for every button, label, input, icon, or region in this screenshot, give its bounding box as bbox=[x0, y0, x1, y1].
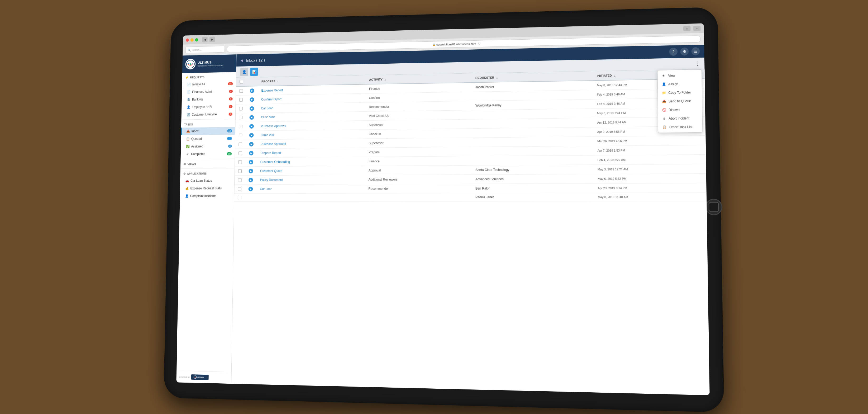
row-checkbox-cell[interactable] bbox=[235, 176, 245, 184]
row-checkbox[interactable] bbox=[238, 196, 241, 199]
sidebar-item-queued[interactable]: 📋 Queued 11 bbox=[181, 135, 235, 143]
row-checkbox[interactable] bbox=[239, 116, 243, 119]
row-status-icon: ▶ bbox=[248, 187, 253, 191]
row-process-cell[interactable]: Customer Quote bbox=[257, 166, 365, 175]
toolbar-more-btn[interactable]: ⋮ bbox=[695, 60, 700, 66]
row-checkbox-cell[interactable] bbox=[234, 184, 245, 194]
row-checkbox[interactable] bbox=[238, 160, 242, 164]
row-checkbox[interactable] bbox=[239, 89, 243, 93]
row-checkbox[interactable] bbox=[238, 169, 242, 173]
row-status-icon: ▶ bbox=[249, 133, 253, 138]
row-process-cell[interactable] bbox=[256, 193, 365, 202]
settings-button[interactable]: ⚙ bbox=[680, 48, 689, 56]
sidebar-item-completed[interactable]: ✔ Completed 98 bbox=[181, 150, 235, 158]
back-nav-button[interactable]: ◀ bbox=[202, 37, 208, 42]
share-button[interactable]: ⬆ bbox=[683, 26, 691, 31]
row-checkbox[interactable] bbox=[239, 143, 242, 146]
row-process-cell[interactable]: Clinic Visit bbox=[257, 130, 365, 140]
row-activity-name: Finance bbox=[369, 87, 380, 91]
row-checkbox-cell[interactable] bbox=[235, 131, 246, 140]
context-menu-disown[interactable]: 🚫 Disown bbox=[658, 105, 702, 114]
sidebar-item-complaint-incidents[interactable]: 👤 Complaint Incidents bbox=[180, 192, 234, 200]
home-button[interactable] bbox=[705, 199, 722, 215]
finance-admin-icon: 📄 bbox=[187, 90, 191, 94]
table-row: ▶ Car Loan Recommender Ben Ralph Apr 23,… bbox=[234, 183, 706, 194]
context-menu-assign[interactable]: 👤 Assign bbox=[658, 80, 702, 89]
lightning-icon: ⚡ bbox=[185, 76, 189, 80]
row-checkbox-cell[interactable] bbox=[236, 95, 246, 104]
forward-nav-button[interactable]: ▶ bbox=[210, 37, 215, 42]
row-process-cell[interactable]: Confirm Report bbox=[257, 93, 365, 104]
sidebar-item-banking[interactable]: 🏦 Banking 6 bbox=[182, 95, 236, 104]
close-traffic-light[interactable] bbox=[186, 38, 189, 42]
row-process-cell[interactable]: Car Loan bbox=[256, 184, 365, 193]
row-checkbox[interactable] bbox=[239, 107, 243, 111]
row-process-cell[interactable]: Prepare Report bbox=[257, 148, 365, 158]
reload-button[interactable]: ↻ bbox=[478, 42, 481, 46]
sidebar-item-finance-admin[interactable]: 📄 Finance / Admin 4 bbox=[182, 87, 236, 96]
completed-label: Completed bbox=[191, 152, 205, 156]
sidebar-item-inbox[interactable]: 📥 Inbox 12 bbox=[181, 127, 235, 135]
row-requester-cell: Advanced Sciences bbox=[472, 174, 594, 184]
sidebar: ULTIMUS Composed Process Solutions ⚡ REQ… bbox=[176, 54, 237, 384]
disown-icon: 🚫 bbox=[662, 108, 666, 112]
banking-icon: 🏦 bbox=[187, 97, 190, 101]
sidebar-item-customer-lifecycle[interactable]: 🔄 Customer Lifecycle 2 bbox=[181, 110, 235, 119]
row-process-cell[interactable]: Clinic Visit bbox=[257, 111, 365, 122]
row-process-name: Confirm Report bbox=[261, 97, 281, 101]
browser-search-bar[interactable]: 🔍 Search... bbox=[185, 46, 225, 53]
row-checkbox[interactable] bbox=[239, 134, 242, 137]
context-menu-send-to-queue[interactable]: 📤 Send to Queue bbox=[658, 97, 702, 106]
row-icon-cell bbox=[245, 194, 256, 202]
row-checkbox-cell[interactable] bbox=[236, 86, 246, 96]
row-checkbox[interactable] bbox=[238, 178, 241, 182]
row-checkbox-cell[interactable] bbox=[234, 194, 245, 202]
context-menu-abort-incident[interactable]: ⊘ Abort Incident bbox=[658, 114, 702, 123]
row-checkbox-cell[interactable] bbox=[235, 149, 245, 158]
row-checkbox-cell[interactable] bbox=[235, 167, 245, 176]
sidebar-item-employee-hr[interactable]: 👤 Employee / HR 4 bbox=[182, 103, 236, 111]
sidebar-item-initiate-all[interactable]: 📄 Initiate All 16 bbox=[182, 80, 236, 88]
row-checkbox-cell[interactable] bbox=[235, 158, 245, 167]
queued-icon: 📋 bbox=[186, 137, 190, 141]
row-initiated-date: Apr 9, 2019 3:56 PM bbox=[597, 130, 625, 133]
menu-button[interactable]: ☰ bbox=[691, 47, 700, 55]
row-process-cell[interactable]: Car Loan bbox=[257, 102, 365, 113]
row-icon-cell: ▶ bbox=[245, 184, 256, 194]
row-activity-name: Additional Reviewers bbox=[369, 178, 398, 181]
row-checkbox[interactable] bbox=[239, 125, 242, 128]
row-checkbox[interactable] bbox=[239, 151, 242, 155]
sidebar-item-assigned[interactable]: ✅ Assigned 4 bbox=[181, 142, 235, 150]
row-process-cell[interactable]: Purchase Approval bbox=[257, 139, 365, 149]
row-process-cell[interactable]: Purchase Approval bbox=[257, 121, 365, 131]
new-tab-button[interactable]: + bbox=[693, 26, 701, 31]
row-checkbox-cell[interactable] bbox=[236, 113, 246, 122]
minimize-traffic-light[interactable] bbox=[190, 38, 194, 42]
row-status-icon: ▶ bbox=[250, 97, 254, 102]
select-all-checkbox[interactable] bbox=[240, 80, 243, 84]
row-checkbox-cell[interactable] bbox=[235, 140, 246, 149]
footer-ultimus-logo: ULTIMUS bbox=[194, 375, 206, 379]
context-menu-view[interactable]: 👁 View bbox=[657, 71, 702, 80]
logo-circle bbox=[185, 59, 196, 70]
row-checkbox[interactable] bbox=[238, 187, 241, 191]
context-menu-export-task-list[interactable]: 📋 Export Task List bbox=[658, 122, 703, 131]
sidebar-item-expense-request[interactable]: 💰 Expense Request Statu bbox=[180, 184, 234, 193]
sidebar-item-car-loan-status[interactable]: 🚗 Car Loan Status bbox=[180, 177, 235, 184]
finance-admin-label: Finance / Admin bbox=[192, 90, 213, 94]
row-process-cell[interactable]: Policy Document bbox=[256, 175, 365, 184]
row-icon-cell: ▶ bbox=[246, 122, 257, 131]
context-menu-assign-label: Assign bbox=[668, 82, 678, 86]
back-button[interactable]: ◀ bbox=[240, 58, 243, 62]
fullscreen-traffic-light[interactable] bbox=[195, 38, 198, 41]
row-checkbox-cell[interactable] bbox=[235, 122, 246, 131]
row-checkbox[interactable] bbox=[239, 98, 243, 102]
context-menu-copy-to-folder[interactable]: 📁 Copy To Folder bbox=[658, 88, 702, 97]
toolbar-person-btn[interactable]: 👤 bbox=[240, 67, 248, 76]
th-select-all[interactable] bbox=[236, 77, 247, 86]
toolbar-chart-btn[interactable]: 📊 bbox=[250, 67, 258, 76]
row-process-cell[interactable]: Customer Onboarding bbox=[257, 157, 365, 167]
help-button[interactable]: ? bbox=[669, 48, 678, 56]
assigned-icon: ✅ bbox=[186, 144, 190, 148]
row-checkbox-cell[interactable] bbox=[236, 104, 246, 113]
